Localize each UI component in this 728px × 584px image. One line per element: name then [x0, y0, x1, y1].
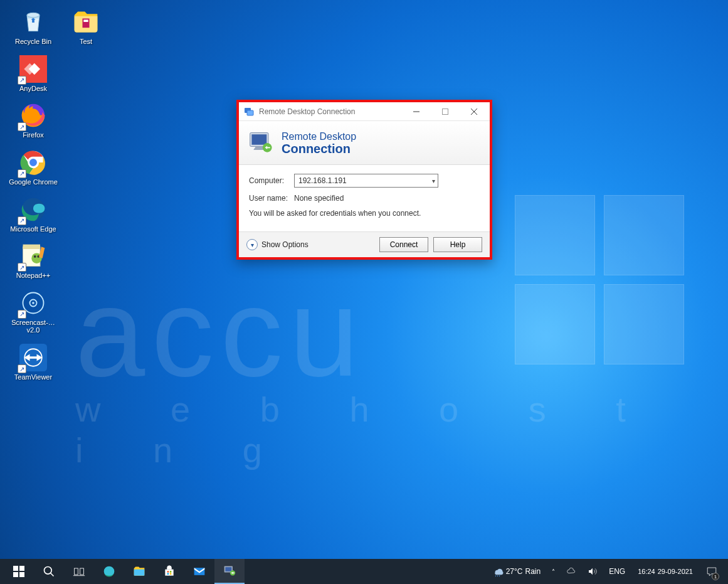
clock-time: 16:24: [638, 568, 655, 576]
desktop-icon-anydesk[interactable]: ↗ AnyDesk: [9, 55, 58, 93]
taskbar-app-edge[interactable]: [94, 559, 124, 584]
svg-rect-37: [225, 567, 231, 571]
system-tray: 27°C Rain ˄ ENG 16:24 29-09-2021 1: [490, 559, 724, 584]
screencast-icon: ↗: [19, 289, 48, 317]
rdc-title-icon: [244, 107, 254, 117]
search-icon: [43, 565, 55, 578]
desktop-icon-label: TeamViewer: [14, 373, 52, 381]
svg-rect-27: [75, 568, 78, 575]
firefox-icon: ↗: [19, 101, 48, 130]
chevron-down-icon: ▾: [432, 178, 435, 184]
desktop-icon-label: AnyDesk: [19, 85, 47, 93]
svg-rect-24: [251, 134, 266, 145]
desktop-icon-recycle-bin[interactable]: Recycle Bin: [9, 8, 58, 46]
tray-overflow-button[interactable]: ˄: [549, 559, 557, 584]
computer-combobox[interactable]: 192.168.1.191 ▾: [294, 174, 438, 188]
shortcut-arrow-icon: ↗: [18, 169, 26, 178]
username-value: None specified: [294, 194, 480, 203]
computer-label: Computer:: [249, 176, 294, 185]
chrome-icon: ↗: [19, 148, 48, 177]
windows-logo-icon: [13, 566, 24, 577]
maximize-button[interactable]: [431, 103, 460, 120]
search-button[interactable]: [34, 559, 64, 584]
desktop-icon-label: Recycle Bin: [15, 38, 51, 46]
weather-desc: Rain: [525, 567, 541, 576]
minimize-button[interactable]: [402, 103, 431, 120]
connect-button[interactable]: Connect: [379, 237, 428, 252]
teamviewer-icon: ↗: [19, 343, 48, 372]
svg-rect-33: [167, 573, 169, 575]
tray-language[interactable]: ENG: [606, 559, 628, 584]
desktop-icon-label: Screencast-… v2.0: [9, 319, 58, 334]
svg-rect-8: [23, 245, 41, 249]
desktop-icon-label: Google Chrome: [9, 178, 58, 186]
dialog-banner-text: Remote Desktop Connection: [282, 131, 356, 155]
shortcut-arrow-icon: ↗: [18, 216, 26, 225]
tray-clock[interactable]: 16:24 29-09-2021: [634, 559, 697, 584]
dialog-footer: ▾ Show Options Connect Help: [239, 231, 490, 257]
weather-temp: 27°C: [506, 567, 523, 576]
desktop-icon-label: Firefox: [23, 131, 44, 139]
dialog-highlight-border: Remote Desktop Connection Remote Deskto: [236, 100, 492, 260]
desktop-icon-label: Microsoft Edge: [10, 225, 56, 233]
taskbar-app-explorer[interactable]: [124, 559, 154, 584]
tray-onedrive[interactable]: [564, 559, 579, 584]
desktop-icon-notepadpp[interactable]: ↗ Notepad++: [9, 242, 58, 280]
recycle-bin-icon: [19, 8, 48, 36]
taskbar: 27°C Rain ˄ ENG 16:24 29-09-2021 1: [0, 559, 728, 584]
username-label: User name:: [249, 194, 294, 203]
language-label: ENG: [609, 567, 625, 576]
notification-count: 1: [712, 573, 719, 580]
shortcut-arrow-icon: ↗: [18, 310, 26, 319]
desktop-icon-firefox[interactable]: ↗ Firefox: [9, 101, 58, 139]
task-view-icon: [73, 565, 85, 578]
help-button[interactable]: Help: [433, 237, 482, 252]
weather-icon: [492, 566, 504, 577]
svg-rect-22: [443, 109, 448, 114]
dialog-body: Computer: 192.168.1.191 ▾ User name: Non…: [239, 165, 490, 231]
desktop-icon-teamviewer[interactable]: ↗ TeamViewer: [9, 343, 58, 381]
start-button[interactable]: [4, 559, 34, 584]
svg-point-26: [45, 567, 52, 575]
desktop[interactable]: accu w e b h o s t i n g Recycle Bin ↗ A…: [0, 0, 728, 559]
windows-logo-wallpaper: [515, 195, 684, 364]
store-icon: [163, 565, 176, 578]
svg-rect-28: [80, 568, 84, 575]
computer-value: 192.168.1.191: [298, 176, 347, 185]
dialog-banner: Remote Desktop Connection: [239, 121, 490, 165]
shortcut-arrow-icon: ↗: [18, 122, 26, 131]
show-options-toggle[interactable]: ▾ Show Options: [246, 239, 374, 250]
svg-rect-21: [247, 110, 253, 115]
task-view-button[interactable]: [64, 559, 94, 584]
desktop-icon-edge[interactable]: ↗ Microsoft Edge: [9, 195, 58, 233]
action-center-button[interactable]: 1: [703, 559, 720, 584]
remote-desktop-dialog: Remote Desktop Connection Remote Deskto: [239, 102, 490, 257]
notepadpp-icon: ↗: [19, 242, 48, 270]
taskbar-app-mail[interactable]: [184, 559, 214, 584]
watermark-line2: w e b h o s t i n g: [75, 389, 703, 470]
close-button[interactable]: [460, 103, 488, 120]
anydesk-icon: ↗: [19, 55, 48, 83]
svg-rect-31: [167, 571, 169, 573]
folder-icon: [71, 8, 100, 36]
desktop-icon-test-folder[interactable]: Test: [61, 8, 110, 46]
taskbar-app-rdc[interactable]: [214, 559, 245, 584]
svg-rect-30: [134, 570, 145, 576]
rdc-icon: [223, 565, 236, 577]
tray-volume[interactable]: [585, 559, 600, 584]
mail-icon: [193, 565, 206, 578]
edge-icon: [103, 565, 115, 578]
show-options-label: Show Options: [261, 240, 309, 249]
file-explorer-icon: [133, 565, 145, 578]
speaker-icon: [588, 566, 598, 576]
svg-point-14: [32, 302, 34, 304]
svg-point-10: [34, 255, 36, 258]
desktop-icon-screencast[interactable]: ↗ Screencast-… v2.0: [9, 289, 58, 334]
banner-line1: Remote Desktop: [282, 131, 356, 142]
taskbar-app-store[interactable]: [154, 559, 184, 584]
weather-widget[interactable]: 27°C Rain: [490, 559, 544, 584]
desktop-icon-chrome[interactable]: ↗ Google Chrome: [9, 148, 58, 186]
cloud-icon: [566, 566, 576, 576]
dialog-titlebar[interactable]: Remote Desktop Connection: [239, 102, 490, 121]
svg-rect-19: [83, 19, 88, 22]
